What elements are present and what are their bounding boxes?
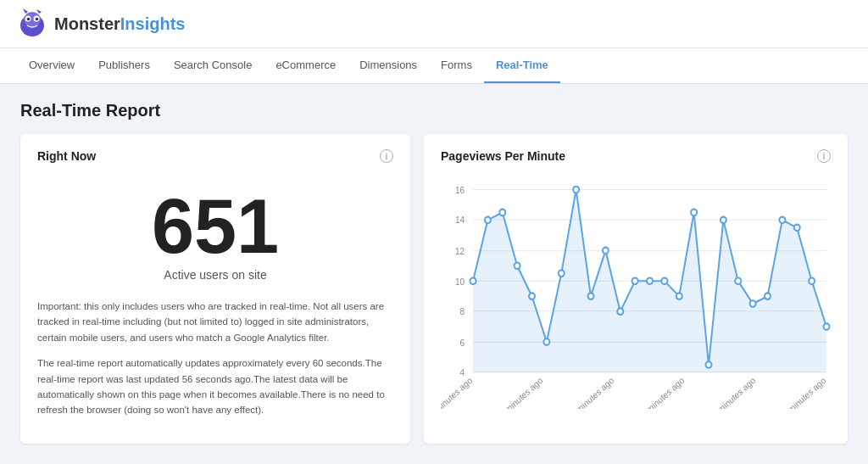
svg-text:12: 12: [455, 247, 465, 256]
main-content: Real-Time Report Right Now i 651 Active …: [0, 84, 868, 461]
svg-point-39: [617, 308, 623, 315]
pageviews-info-icon[interactable]: i: [817, 149, 831, 163]
nav-ecommerce[interactable]: eCommerce: [264, 48, 348, 83]
svg-point-48: [750, 300, 756, 307]
pageviews-chart: 16 14 12 10 8 6 4 25 minutes ago 20 minu…: [441, 171, 831, 409]
svg-point-40: [632, 277, 638, 284]
svg-point-32: [515, 262, 520, 269]
right-now-card: Right Now i 651 Active users on site Imp…: [20, 134, 410, 444]
svg-text:15 minutes ago: 15 minutes ago: [565, 375, 615, 409]
logo-insights-text: Insights: [120, 14, 186, 33]
svg-point-47: [735, 277, 741, 284]
svg-point-5: [36, 18, 39, 21]
svg-point-45: [706, 361, 712, 368]
svg-text:5 minutes ago: 5 minutes ago: [710, 375, 757, 409]
svg-point-4: [27, 18, 31, 21]
svg-point-33: [529, 293, 535, 299]
svg-point-30: [485, 217, 491, 224]
svg-point-29: [470, 277, 476, 284]
svg-point-42: [661, 277, 667, 284]
svg-text:10 minutes ago: 10 minutes ago: [636, 375, 686, 409]
svg-point-52: [809, 277, 815, 284]
svg-point-46: [721, 217, 726, 224]
nav-realtime[interactable]: Real-Time: [484, 48, 560, 83]
svg-text:6: 6: [459, 338, 465, 347]
svg-text:25 minutes ago: 25 minutes ago: [441, 375, 474, 409]
header: MonsterInsights: [0, 0, 868, 48]
svg-point-49: [765, 293, 771, 299]
svg-point-41: [647, 277, 653, 284]
svg-point-31: [499, 210, 505, 216]
nav-forms[interactable]: Forms: [429, 48, 484, 83]
pageviews-header: Pageviews Per Minute i: [441, 149, 831, 163]
cards-row: Right Now i 651 Active users on site Imp…: [20, 134, 848, 444]
pageviews-card: Pageviews Per Minute i: [424, 134, 848, 444]
logo-text: MonsterInsights: [54, 14, 185, 34]
nav-publishers[interactable]: Publishers: [86, 48, 162, 83]
svg-point-53: [824, 323, 830, 330]
svg-text:8: 8: [459, 307, 465, 316]
active-users-label: Active users on site: [37, 268, 393, 282]
nav-dimensions[interactable]: Dimensions: [348, 48, 429, 83]
svg-text:14: 14: [455, 215, 465, 225]
nav-search-console[interactable]: Search Console: [162, 48, 264, 83]
pageviews-title: Pageviews Per Minute: [441, 149, 565, 163]
svg-text:0 minutes ago: 0 minutes ago: [781, 375, 827, 409]
svg-point-51: [794, 225, 800, 232]
active-count: 651: [37, 188, 393, 265]
logo-area: MonsterInsights: [17, 8, 185, 39]
svg-marker-6: [23, 8, 28, 14]
svg-text:10: 10: [455, 277, 465, 286]
disclaimer-1: Important: this only includes users who …: [37, 299, 393, 345]
right-now-info-icon[interactable]: i: [380, 149, 393, 163]
page-title: Real-Time Report: [20, 101, 848, 120]
svg-marker-7: [36, 9, 42, 14]
logo-monster-text: Monster: [54, 14, 120, 33]
disclaimer-2: The real-time report automatically updat…: [37, 355, 393, 418]
svg-point-38: [603, 248, 609, 254]
svg-point-35: [559, 271, 565, 277]
svg-text:4: 4: [459, 368, 465, 377]
logo-icon: [17, 8, 47, 39]
svg-text:20 minutes ago: 20 minutes ago: [494, 375, 544, 409]
svg-text:16: 16: [455, 186, 465, 195]
nav-bar: Overview Publishers Search Console eComm…: [0, 48, 868, 84]
svg-point-34: [543, 338, 549, 345]
svg-point-37: [588, 293, 594, 299]
chart-svg: 16 14 12 10 8 6 4 25 minutes ago 20 minu…: [441, 171, 831, 409]
right-now-header: Right Now i: [37, 149, 393, 163]
svg-point-36: [573, 187, 579, 193]
nav-overview[interactable]: Overview: [17, 48, 86, 83]
svg-point-43: [676, 293, 682, 299]
svg-point-50: [779, 217, 785, 224]
right-now-title: Right Now: [37, 149, 96, 163]
svg-point-44: [691, 210, 697, 216]
